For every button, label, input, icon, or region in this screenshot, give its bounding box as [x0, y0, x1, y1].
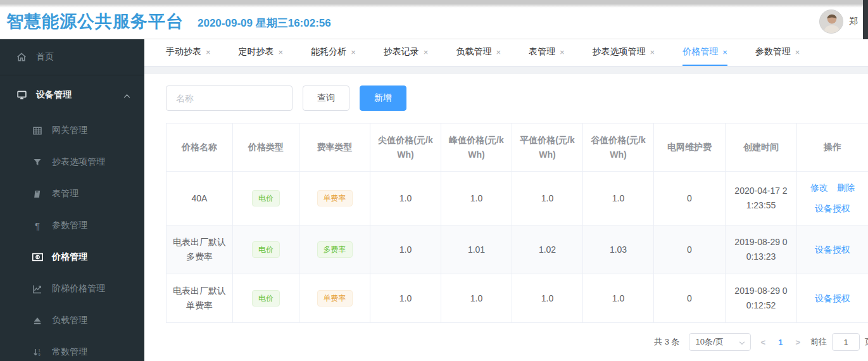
rate-type-badge: 单费率 [317, 290, 353, 307]
valley-price: 1.03 [583, 225, 654, 274]
price-table: 价格名称 价格类型 费率类型 尖值价格(元/kWh) 峰值价格(元/kWh) 平… [166, 123, 868, 323]
user-area[interactable]: 郑 [819, 0, 858, 39]
eject-icon [32, 317, 43, 325]
grid-fee: 0 [654, 172, 726, 225]
sidebar-item-constant-management[interactable]: 19 常数管理 [0, 336, 144, 361]
tab-load-management[interactable]: 负载管理× [456, 39, 501, 66]
col-valley-price: 谷值价格(元/kWh) [583, 124, 654, 172]
tab-label: 定时抄表 [239, 46, 274, 58]
name-search-input[interactable] [166, 86, 292, 111]
jump-page-input[interactable] [832, 333, 860, 351]
prev-page-button[interactable]: < [760, 338, 767, 347]
sidebar-item-label: 抄表选项管理 [52, 156, 105, 168]
sidebar-item-price-management[interactable]: 价格管理 [0, 241, 144, 273]
flat-price: 1.02 [512, 225, 583, 274]
rate-type-badge: 单费率 [317, 190, 353, 206]
col-sharp-price: 尖值价格(元/kWh) [370, 124, 441, 172]
sidebar-item-parameter-management[interactable]: ¶ 参数管理 [0, 210, 144, 241]
table-row: 电表出厂默认多费率 电价 多费率 1.0 1.01 1.02 1.03 0 20… [167, 225, 868, 274]
main-content: 手动抄表× 定时抄表× 能耗分析× 抄表记录× 负载管理× 表管理× 抄表选项管… [144, 39, 868, 361]
tab-meter-reading-options[interactable]: 抄表选项管理× [593, 39, 655, 66]
tab-label: 参数管理 [755, 46, 791, 58]
home-icon [16, 52, 27, 62]
add-button[interactable]: 新增 [360, 86, 406, 111]
price-management-panel: 查询 新增 价格名称 价格类型 费率类型 尖值价格(元/kWh) 峰值价格(元/… [144, 74, 868, 361]
tab-meter-reading-records[interactable]: 抄表记录× [384, 39, 429, 66]
tab-manual-meter-reading[interactable]: 手动抄表× [166, 39, 211, 66]
jump-label: 前往 [810, 336, 827, 348]
book-icon [32, 189, 43, 199]
sidebar-item-tiered-price-management[interactable]: 阶梯价格管理 [0, 273, 144, 305]
grid-icon [32, 126, 43, 136]
sidebar-item-label: 阶梯价格管理 [52, 283, 105, 294]
tab-parameter-management[interactable]: 参数管理× [755, 39, 800, 66]
price-name: 40A [167, 172, 233, 225]
edit-link[interactable]: 修改 [810, 180, 828, 195]
page-number-1[interactable]: 1 [776, 338, 785, 347]
row-actions: 修改 删除 设备授权 [803, 180, 862, 216]
tab-label: 手动抄表 [166, 46, 201, 58]
page-size-value: 10条/页 [696, 336, 724, 348]
close-icon[interactable]: × [206, 48, 211, 57]
page-size-select[interactable]: 10条/页 [689, 333, 751, 351]
sidebar-item-meter-reading-options[interactable]: 抄表选项管理 [0, 146, 144, 178]
jump-to-page: 前往 页 [810, 333, 868, 351]
sidebar-item-label: 参数管理 [52, 220, 87, 231]
delete-link[interactable]: 删除 [837, 180, 855, 195]
header-datetime: 2020-09-09 星期三16:02:56 [198, 16, 331, 30]
tab-label: 抄表选项管理 [593, 46, 646, 58]
tab-price-management[interactable]: 价格管理× [682, 39, 727, 66]
close-icon[interactable]: × [351, 48, 356, 57]
peak-price: 1.0 [441, 172, 512, 225]
username: 郑 [849, 16, 858, 27]
close-icon[interactable]: × [279, 48, 284, 57]
device-authorize-link[interactable]: 设备授权 [815, 243, 850, 257]
device-authorize-link[interactable]: 设备授权 [815, 291, 850, 306]
close-icon[interactable]: × [795, 48, 800, 57]
col-price-name: 价格名称 [167, 124, 233, 172]
tab-meter-management[interactable]: 表管理× [529, 39, 565, 66]
sidebar-item-meter-management[interactable]: 表管理 [0, 178, 144, 210]
next-page-button[interactable]: > [794, 338, 802, 347]
chevron-down-icon [739, 338, 745, 347]
close-icon[interactable]: × [496, 48, 501, 57]
created-time: 2019-08-29 00:13:23 [726, 225, 797, 274]
sidebar-item-label: 负载管理 [52, 315, 87, 326]
table-row: 电表出厂默认单费率 电价 单费率 1.0 1.0 1.0 1.0 0 2019-… [167, 274, 868, 323]
sidebar-group-label: 设备管理 [36, 89, 72, 101]
tab-scheduled-meter-reading[interactable]: 定时抄表× [239, 39, 284, 66]
close-icon[interactable]: × [560, 48, 565, 57]
window-edge [863, 0, 868, 39]
user-avatar[interactable] [819, 10, 843, 34]
close-icon[interactable]: × [650, 48, 655, 57]
tab-energy-analysis[interactable]: 能耗分析× [311, 39, 356, 66]
money-icon [32, 253, 43, 262]
table-header-row: 价格名称 价格类型 费率类型 尖值价格(元/kWh) 峰值价格(元/kWh) 平… [167, 124, 868, 172]
tab-bar: 手动抄表× 定时抄表× 能耗分析× 抄表记录× 负载管理× 表管理× 抄表选项管… [144, 39, 868, 66]
sort-numeric-icon: 19 [32, 348, 43, 357]
valley-price: 1.0 [583, 274, 654, 323]
sidebar-group-device-management[interactable]: 设备管理 [0, 75, 144, 115]
sidebar-item-label: 价格管理 [52, 251, 87, 263]
app-title: 智慧能源公共服务平台 [6, 10, 184, 33]
chevron-up-icon [123, 90, 130, 100]
pilcrow-icon: ¶ [32, 220, 43, 231]
close-icon[interactable]: × [424, 48, 429, 57]
sidebar-item-load-management[interactable]: 负载管理 [0, 305, 144, 336]
sidebar-item-label: 常数管理 [52, 346, 87, 358]
chart-icon [32, 284, 43, 294]
rate-type-badge: 多费率 [317, 241, 353, 258]
flat-price: 1.0 [512, 274, 583, 323]
col-grid-fee: 电网维护费 [654, 124, 726, 172]
peak-price: 1.01 [441, 225, 512, 274]
sidebar-item-gateway-management[interactable]: 网关管理 [0, 115, 144, 146]
flat-price: 1.0 [512, 172, 583, 225]
device-authorize-link[interactable]: 设备授权 [815, 201, 850, 216]
close-icon[interactable]: × [722, 48, 727, 57]
tab-label: 表管理 [529, 46, 555, 58]
jump-suffix: 页 [865, 336, 868, 348]
grid-fee: 0 [654, 274, 726, 323]
query-button[interactable]: 查询 [303, 86, 349, 111]
sidebar-item-home[interactable]: 首页 [0, 39, 144, 75]
col-rate-type: 费率类型 [299, 124, 370, 172]
